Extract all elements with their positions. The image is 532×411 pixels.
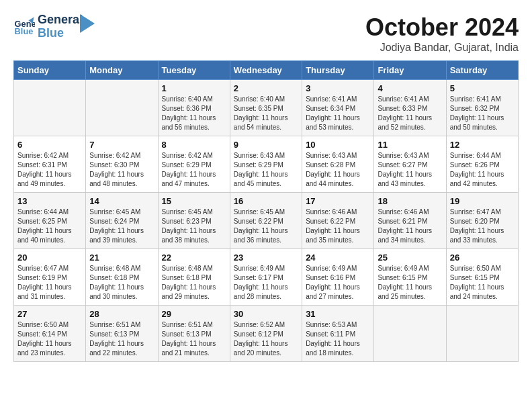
day-number: 8 (162, 140, 226, 150)
day-info: Sunrise: 6:51 AM Sunset: 6:13 PM Dayligh… (89, 320, 154, 358)
calendar-table: Sunday Monday Tuesday Wednesday Thursday… (13, 60, 519, 362)
week-row-5: 27Sunrise: 6:50 AM Sunset: 6:14 PM Dayli… (14, 306, 519, 362)
day-info: Sunrise: 6:48 AM Sunset: 6:18 PM Dayligh… (162, 264, 226, 302)
day-number: 29 (162, 309, 226, 319)
day-info: Sunrise: 6:44 AM Sunset: 6:25 PM Dayligh… (17, 208, 82, 245)
day-cell: 25Sunrise: 6:49 AM Sunset: 6:15 PM Dayli… (374, 249, 446, 306)
col-thursday: Thursday (302, 61, 374, 80)
day-info: Sunrise: 6:47 AM Sunset: 6:19 PM Dayligh… (17, 264, 82, 302)
day-cell: 16Sunrise: 6:45 AM Sunset: 6:22 PM Dayli… (230, 193, 302, 249)
day-cell: 1Sunrise: 6:40 AM Sunset: 6:36 PM Daylig… (158, 80, 230, 136)
day-info: Sunrise: 6:45 AM Sunset: 6:24 PM Dayligh… (89, 208, 154, 245)
day-cell: 28Sunrise: 6:51 AM Sunset: 6:13 PM Dayli… (86, 306, 158, 362)
day-info: Sunrise: 6:43 AM Sunset: 6:27 PM Dayligh… (378, 151, 442, 189)
day-cell: 8Sunrise: 6:42 AM Sunset: 6:29 PM Daylig… (158, 136, 230, 193)
day-cell: 22Sunrise: 6:48 AM Sunset: 6:18 PM Dayli… (158, 249, 230, 306)
calendar-body: 1Sunrise: 6:40 AM Sunset: 6:36 PM Daylig… (14, 80, 519, 362)
day-cell: 2Sunrise: 6:40 AM Sunset: 6:35 PM Daylig… (230, 80, 302, 136)
col-saturday: Saturday (446, 61, 518, 80)
day-cell (374, 306, 446, 362)
day-info: Sunrise: 6:50 AM Sunset: 6:15 PM Dayligh… (450, 264, 515, 302)
day-cell: 3Sunrise: 6:41 AM Sunset: 6:34 PM Daylig… (302, 80, 374, 136)
day-number: 13 (17, 196, 82, 206)
day-info: Sunrise: 6:41 AM Sunset: 6:32 PM Dayligh… (450, 95, 515, 132)
day-cell: 24Sunrise: 6:49 AM Sunset: 6:16 PM Dayli… (302, 249, 374, 306)
day-info: Sunrise: 6:52 AM Sunset: 6:12 PM Dayligh… (234, 320, 298, 358)
title-section: October 2024 Jodiya Bandar, Gujarat, Ind… (365, 13, 519, 54)
day-info: Sunrise: 6:47 AM Sunset: 6:20 PM Dayligh… (450, 208, 515, 245)
day-number: 23 (234, 253, 298, 263)
day-cell: 17Sunrise: 6:46 AM Sunset: 6:22 PM Dayli… (302, 193, 374, 249)
week-row-3: 13Sunrise: 6:44 AM Sunset: 6:25 PM Dayli… (14, 193, 519, 249)
day-info: Sunrise: 6:44 AM Sunset: 6:26 PM Dayligh… (450, 151, 515, 189)
day-info: Sunrise: 6:42 AM Sunset: 6:29 PM Dayligh… (162, 151, 226, 189)
logo-arrow-icon (80, 14, 95, 33)
day-cell: 27Sunrise: 6:50 AM Sunset: 6:14 PM Dayli… (14, 306, 86, 362)
svg-text:Blue: Blue (15, 26, 34, 36)
day-cell (14, 80, 86, 136)
day-number: 14 (89, 196, 154, 206)
day-number: 17 (306, 196, 370, 206)
day-info: Sunrise: 6:42 AM Sunset: 6:30 PM Dayligh… (89, 151, 154, 189)
day-number: 19 (450, 196, 515, 206)
day-number: 18 (378, 196, 442, 206)
day-number: 27 (17, 309, 82, 319)
day-number: 2 (234, 83, 298, 93)
day-number: 12 (450, 140, 515, 150)
day-number: 9 (234, 140, 298, 150)
day-cell: 11Sunrise: 6:43 AM Sunset: 6:27 PM Dayli… (374, 136, 446, 193)
day-number: 6 (17, 140, 82, 150)
day-cell: 31Sunrise: 6:53 AM Sunset: 6:11 PM Dayli… (302, 306, 374, 362)
day-info: Sunrise: 6:42 AM Sunset: 6:31 PM Dayligh… (17, 151, 82, 189)
day-number: 24 (306, 253, 370, 263)
day-number: 11 (378, 140, 442, 150)
logo-icon: General Blue (13, 16, 35, 38)
day-info: Sunrise: 6:48 AM Sunset: 6:18 PM Dayligh… (89, 264, 154, 302)
day-info: Sunrise: 6:49 AM Sunset: 6:16 PM Dayligh… (306, 264, 370, 302)
day-cell: 30Sunrise: 6:52 AM Sunset: 6:12 PM Dayli… (230, 306, 302, 362)
day-cell: 14Sunrise: 6:45 AM Sunset: 6:24 PM Dayli… (86, 193, 158, 249)
day-cell: 29Sunrise: 6:51 AM Sunset: 6:13 PM Dayli… (158, 306, 230, 362)
day-cell: 7Sunrise: 6:42 AM Sunset: 6:30 PM Daylig… (86, 136, 158, 193)
day-number: 30 (234, 309, 298, 319)
location: Jodiya Bandar, Gujarat, India (365, 42, 519, 54)
logo: General Blue General Blue (13, 13, 95, 40)
day-info: Sunrise: 6:41 AM Sunset: 6:33 PM Dayligh… (378, 95, 442, 132)
day-cell: 21Sunrise: 6:48 AM Sunset: 6:18 PM Dayli… (86, 249, 158, 306)
day-info: Sunrise: 6:45 AM Sunset: 6:22 PM Dayligh… (234, 208, 298, 245)
day-cell: 10Sunrise: 6:43 AM Sunset: 6:28 PM Dayli… (302, 136, 374, 193)
day-cell: 19Sunrise: 6:47 AM Sunset: 6:20 PM Dayli… (446, 193, 518, 249)
day-cell: 9Sunrise: 6:43 AM Sunset: 6:29 PM Daylig… (230, 136, 302, 193)
day-cell: 4Sunrise: 6:41 AM Sunset: 6:33 PM Daylig… (374, 80, 446, 136)
day-info: Sunrise: 6:41 AM Sunset: 6:34 PM Dayligh… (306, 95, 370, 132)
svg-marker-2 (80, 14, 95, 33)
logo-blue: Blue (38, 27, 83, 40)
day-number: 5 (450, 83, 515, 93)
day-info: Sunrise: 6:43 AM Sunset: 6:29 PM Dayligh… (234, 151, 298, 189)
day-cell (446, 306, 518, 362)
day-number: 26 (450, 253, 515, 263)
col-tuesday: Tuesday (158, 61, 230, 80)
day-cell: 6Sunrise: 6:42 AM Sunset: 6:31 PM Daylig… (14, 136, 86, 193)
day-number: 15 (162, 196, 226, 206)
col-wednesday: Wednesday (230, 61, 302, 80)
day-cell: 13Sunrise: 6:44 AM Sunset: 6:25 PM Dayli… (14, 193, 86, 249)
day-number: 1 (162, 83, 226, 93)
day-info: Sunrise: 6:46 AM Sunset: 6:22 PM Dayligh… (306, 208, 370, 245)
day-info: Sunrise: 6:51 AM Sunset: 6:13 PM Dayligh… (162, 320, 226, 358)
day-info: Sunrise: 6:43 AM Sunset: 6:28 PM Dayligh… (306, 151, 370, 189)
page-header: General Blue General Blue October 2024 J… (13, 13, 519, 54)
week-row-4: 20Sunrise: 6:47 AM Sunset: 6:19 PM Dayli… (14, 249, 519, 306)
week-row-2: 6Sunrise: 6:42 AM Sunset: 6:31 PM Daylig… (14, 136, 519, 193)
header-row: Sunday Monday Tuesday Wednesday Thursday… (14, 61, 519, 80)
day-cell: 15Sunrise: 6:45 AM Sunset: 6:23 PM Dayli… (158, 193, 230, 249)
day-info: Sunrise: 6:50 AM Sunset: 6:14 PM Dayligh… (17, 320, 82, 358)
day-info: Sunrise: 6:46 AM Sunset: 6:21 PM Dayligh… (378, 208, 442, 245)
week-row-1: 1Sunrise: 6:40 AM Sunset: 6:36 PM Daylig… (14, 80, 519, 136)
day-number: 20 (17, 253, 82, 263)
day-info: Sunrise: 6:45 AM Sunset: 6:23 PM Dayligh… (162, 208, 226, 245)
day-number: 16 (234, 196, 298, 206)
day-info: Sunrise: 6:49 AM Sunset: 6:15 PM Dayligh… (378, 264, 442, 302)
day-info: Sunrise: 6:53 AM Sunset: 6:11 PM Dayligh… (306, 320, 370, 358)
day-cell: 23Sunrise: 6:49 AM Sunset: 6:17 PM Dayli… (230, 249, 302, 306)
